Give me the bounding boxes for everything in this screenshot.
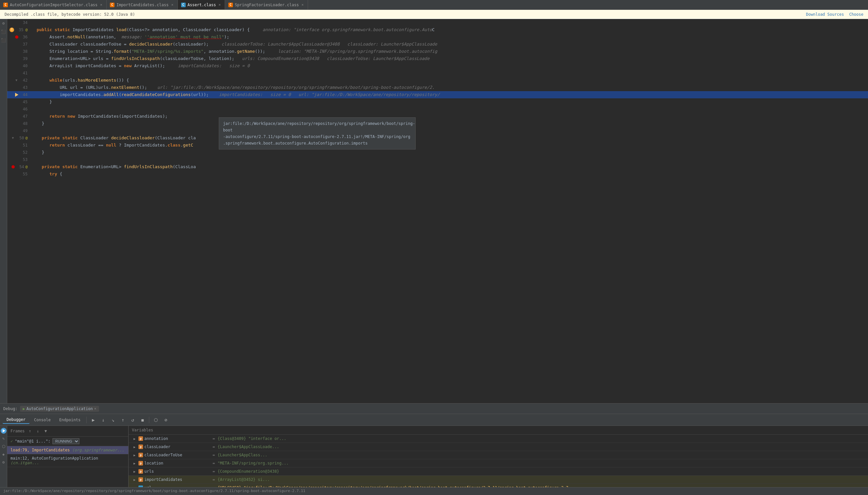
line-num-38: 38: [20, 48, 28, 55]
frame-item-1[interactable]: load:79, ImportCandidates (org.springfra…: [7, 446, 128, 454]
debug-side-icon-3[interactable]: ◈: [1, 451, 6, 457]
play-resume-btn[interactable]: [1, 428, 6, 434]
debug-app-close[interactable]: ×: [94, 407, 97, 411]
code-content-38: String location = String.format("META-IN…: [30, 48, 868, 55]
line-gutter-43: 43: [7, 84, 30, 91]
var-val-urls: {CompoundEnumeration@3438}: [217, 469, 279, 474]
btn-resume[interactable]: ▶: [88, 415, 98, 425]
var-name-classLoaderToUse: classLoaderToUse: [144, 453, 210, 457]
var-expand-importCandidates[interactable]: ▶: [132, 477, 137, 482]
line-num-49: 49: [20, 127, 28, 134]
code-content-44: importCandidates.addAll(readCandidateCon…: [30, 91, 868, 98]
tab-importcandidates[interactable]: C ImportCandidates.class ×: [106, 0, 178, 10]
fold-42[interactable]: ▼: [14, 77, 18, 84]
code-line-45: 45 }: [7, 98, 868, 105]
tab-debugger[interactable]: Debugger: [3, 416, 30, 424]
code-line-48: 48 }: [7, 120, 868, 127]
var-item-importCandidates: ▶ p importCandidates = {ArrayList@3452} …: [129, 476, 868, 484]
path-bar: jar:file:/D:/WorkSpace/ane/repository/re…: [0, 487, 868, 495]
side-icon-3[interactable]: ⬛: [1, 37, 6, 43]
tab-close-4[interactable]: ×: [301, 2, 304, 7]
tab-label-4: SpringFactoriesLoader.class: [235, 3, 299, 7]
tab-label-1: AutoConfigurationImportSelector.class: [10, 3, 97, 7]
frame-item-2[interactable]: main:12, AutoConfigurationApplication (c…: [7, 454, 128, 467]
tab-console[interactable]: Console: [30, 416, 55, 424]
var-expand-urls[interactable]: ▶: [132, 469, 137, 474]
tooltip-line3: .springframework.boot.autoconfigure.Auto…: [223, 140, 411, 147]
frames-panel: Frames ↑ ↓ ▼ ✓ "main"@1 i...": RUNNING: [7, 426, 129, 487]
toolbar-sep-1: [86, 417, 87, 423]
code-line-50: ▼ 50 @ private static ClassLoader decide…: [7, 134, 868, 142]
btn-stop[interactable]: ◼: [138, 415, 147, 425]
debug-side-icon-2[interactable]: ⬡: [1, 444, 6, 449]
line-gutter-44: 44: [7, 91, 30, 98]
btn-step-into[interactable]: ↘: [108, 415, 117, 425]
btn-step-over[interactable]: ↓: [98, 415, 107, 425]
frame-down-btn[interactable]: ↓: [34, 428, 41, 434]
debug-app-item[interactable]: ▶ AutoConfigurationApplication ×: [20, 406, 99, 412]
line-gutter-37: 37: [7, 41, 30, 48]
var-expand-classLoaderToUse[interactable]: ▶: [132, 453, 137, 458]
frame-filter-btn[interactable]: ▼: [42, 428, 49, 434]
download-sources-link[interactable]: Download Sources: [806, 12, 844, 17]
tab-close-3[interactable]: ×: [218, 2, 221, 7]
line-num-50: 50: [16, 134, 24, 142]
debug-arrow-44: [15, 93, 18, 97]
debug-side-icon-1[interactable]: ✎: [1, 436, 6, 442]
side-icon-1[interactable]: ⚙: [1, 20, 6, 26]
thread-item[interactable]: ✓ "main"@1 i...": RUNNING: [7, 437, 128, 446]
frame-controls: ↑ ↓ ▼: [27, 428, 49, 434]
choose-link[interactable]: Choose: [849, 12, 863, 17]
tab-icon-c2: C: [110, 3, 115, 7]
tab-endpoints[interactable]: Endpoints: [55, 416, 84, 424]
tab-icon-c1: C: [3, 3, 8, 7]
line-gutter-45: 45: [7, 98, 30, 105]
var-item-classLoader: ▶ p classLoader = {Launcher$AppClassLoad…: [129, 443, 868, 451]
code-content-48: }: [30, 120, 868, 127]
line-num-55: 55: [20, 170, 28, 178]
tab-autoconfiguration[interactable]: C AutoConfigurationImportSelector.class …: [0, 0, 106, 10]
var-expand-classLoader[interactable]: ▶: [132, 444, 137, 449]
debug-side-icon-4[interactable]: ⚙: [1, 459, 6, 465]
frames-title: Frames: [11, 429, 24, 433]
thread-status-select[interactable]: RUNNING: [52, 438, 79, 444]
line-gutter-38: 38: [7, 48, 30, 55]
tooltip-line2: -autoconfigure/2.7.11/spring-boot-autoco…: [223, 133, 411, 140]
btn-mute[interactable]: ⊘: [161, 415, 170, 425]
left-side-gutter: ⚙ ⬛ ⬛: [0, 19, 7, 403]
line-gutter-53: 53: [7, 156, 30, 163]
code-content-42: while(urls.hasMoreElements()) {: [30, 77, 868, 84]
var-expand-location[interactable]: ▶: [132, 461, 137, 466]
line-num-43: 43: [20, 84, 28, 91]
tab-close-1[interactable]: ×: [99, 2, 103, 7]
code-line-39: 39 Enumeration<URL> urls = findUrlsInCla…: [7, 55, 868, 62]
tab-springfactories[interactable]: C SpringFactoriesLoader.class ×: [225, 0, 308, 10]
code-line-37: 37 ClassLoader classLoaderToUse = decide…: [7, 41, 868, 48]
frame-up-btn[interactable]: ↑: [27, 428, 33, 434]
var-expand-annotation[interactable]: ▶: [132, 436, 137, 441]
code-line-38: 38 String location = String.format("META…: [7, 48, 868, 55]
btn-breakpoints[interactable]: ⬡: [151, 415, 161, 425]
annotation-54: @: [25, 163, 28, 170]
code-content-35: public static ImportCandidates load(Clas…: [30, 26, 868, 33]
line-gutter-48: 48: [7, 120, 30, 127]
fold-50[interactable]: ▼: [11, 134, 15, 142]
line-gutter-36: 36: [7, 33, 30, 41]
tab-close-2[interactable]: ×: [171, 2, 174, 7]
line-num-36: 36: [20, 33, 28, 41]
line-num-34: 34: [20, 19, 28, 26]
line-gutter-47: 47: [7, 113, 30, 120]
line-gutter-34: 34: [7, 19, 30, 26]
line-gutter-39: 39: [7, 55, 30, 62]
tab-assert[interactable]: C Assert.class ×: [178, 0, 225, 10]
line-gutter-55: 55: [7, 170, 30, 178]
line-num-37: 37: [20, 41, 28, 48]
side-icon-2[interactable]: ⬛: [1, 29, 6, 35]
var-item-url: ▶ p url = {URL@3458} "jar:file:/D:/WorkS…: [129, 484, 868, 487]
code-editor[interactable]: 34 ! 35 @ public static ImportCandidate: [7, 19, 868, 403]
thread-check-icon: ✓: [11, 439, 13, 444]
btn-rerun[interactable]: ↺: [128, 415, 137, 425]
var-item-classLoaderToUse: ▶ p classLoaderToUse = {Launcher$AppClas…: [129, 451, 868, 459]
code-line-34: 34: [7, 19, 868, 26]
btn-step-out[interactable]: ↑: [118, 415, 127, 425]
